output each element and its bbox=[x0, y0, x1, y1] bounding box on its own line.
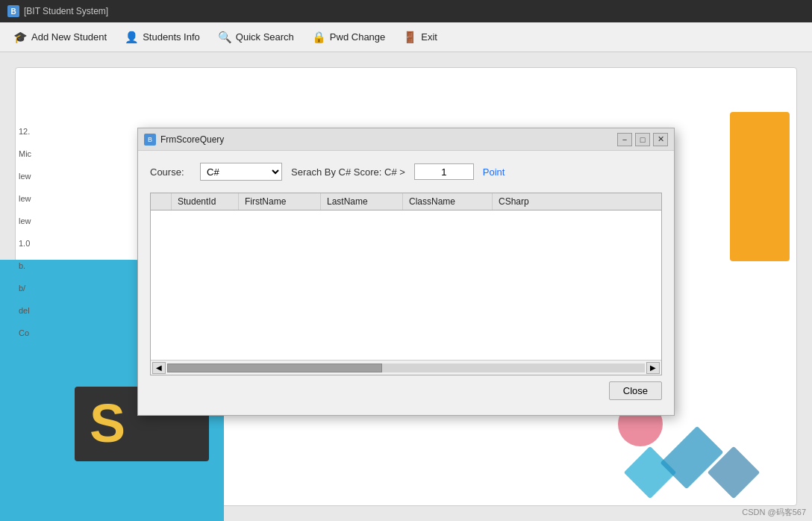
students-info-button[interactable]: 👤 Students Info bbox=[117, 28, 207, 47]
dialog-maximize-button[interactable]: □ bbox=[635, 133, 650, 146]
dialog-icon: B bbox=[144, 134, 156, 146]
col-header-lastname: LastName bbox=[321, 193, 403, 210]
add-icon: 🎓 bbox=[13, 31, 28, 44]
lock-icon: 🔒 bbox=[312, 31, 326, 44]
main-area: S 12. Mic lew lew lew 1.0 b. b/ del Co B… bbox=[0, 52, 812, 521]
col-header-studentid: StudentId bbox=[172, 193, 239, 210]
students-info-label: Students Info bbox=[143, 31, 200, 43]
toolbar: 🎓 Add New Student 👤 Students Info 🔍 Quic… bbox=[0, 22, 812, 52]
close-button[interactable]: Close bbox=[609, 381, 662, 400]
watermark: CSDN @码客567 bbox=[742, 507, 806, 518]
scroll-right-arrow[interactable]: ▶ bbox=[646, 362, 660, 374]
search-label: Serach By C# Score: C# > bbox=[291, 166, 405, 178]
exit-button[interactable]: 🚪 Exit bbox=[396, 28, 445, 47]
course-row: Course: C# Java Python Math Serach By C#… bbox=[150, 163, 662, 181]
dialog-body: Course: C# Java Python Math Serach By C#… bbox=[138, 151, 674, 415]
course-select[interactable]: C# Java Python Math bbox=[200, 163, 282, 181]
col-header-firstname: FirstName bbox=[239, 193, 321, 210]
dialog-frm-score-query: B FrmScoreQuery − □ ✕ Course: C# Java Py… bbox=[137, 128, 675, 416]
search-icon: 🔍 bbox=[218, 31, 232, 44]
col-header-check bbox=[151, 193, 172, 210]
app-title: [BIT Student System] bbox=[24, 6, 108, 16]
dialog-minimize-button[interactable]: − bbox=[617, 133, 632, 146]
modal-overlay: B FrmScoreQuery − □ ✕ Course: C# Java Py… bbox=[0, 52, 812, 521]
scroll-thumb[interactable] bbox=[167, 364, 382, 372]
pwd-change-label: Pwd Change bbox=[330, 31, 385, 43]
exit-label: Exit bbox=[421, 31, 437, 43]
exit-icon: 🚪 bbox=[403, 31, 417, 44]
horizontal-scrollbar[interactable]: ◀ ▶ bbox=[151, 360, 661, 375]
col-header-csharp: CSharp bbox=[493, 193, 661, 210]
dialog-footer: Close bbox=[150, 375, 662, 403]
datagrid-body bbox=[151, 210, 661, 360]
datagrid-header: StudentId FirstName LastName ClassName C… bbox=[151, 193, 661, 210]
pwd-change-button[interactable]: 🔒 Pwd Change bbox=[304, 28, 393, 47]
scroll-left-arrow[interactable]: ◀ bbox=[152, 362, 166, 374]
col-header-classname: ClassName bbox=[403, 193, 493, 210]
quick-search-button[interactable]: 🔍 Quick Search bbox=[210, 28, 302, 47]
score-input[interactable] bbox=[414, 163, 474, 180]
dialog-title: FrmScoreQuery bbox=[160, 134, 613, 145]
app-icon: B bbox=[7, 5, 19, 17]
point-label: Point bbox=[483, 166, 505, 178]
scroll-track[interactable] bbox=[167, 364, 645, 372]
dialog-titlebar: B FrmScoreQuery − □ ✕ bbox=[138, 128, 674, 151]
dialog-close-button[interactable]: ✕ bbox=[653, 133, 668, 146]
add-new-student-button[interactable]: 🎓 Add New Student bbox=[6, 28, 114, 47]
dialog-controls: − □ ✕ bbox=[617, 133, 668, 146]
quick-search-label: Quick Search bbox=[236, 31, 294, 43]
course-label: Course: bbox=[150, 166, 191, 178]
add-new-student-label: Add New Student bbox=[31, 31, 107, 43]
datagrid: StudentId FirstName LastName ClassName C… bbox=[150, 193, 662, 375]
students-icon: 👤 bbox=[125, 31, 139, 44]
title-bar: B [BIT Student System] bbox=[0, 0, 812, 22]
